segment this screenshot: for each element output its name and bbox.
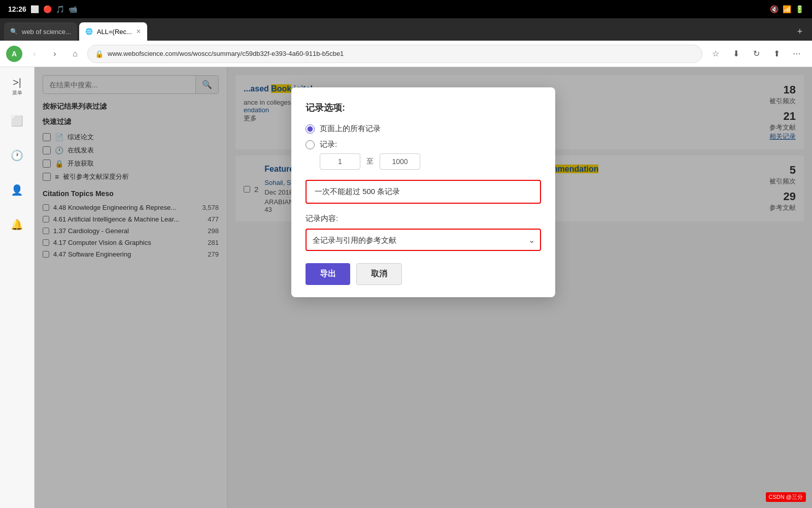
modal-title: 记录选项:	[306, 102, 541, 114]
mute-icon: 🔇	[770, 5, 779, 13]
bookmark-button[interactable]: ☆	[706, 45, 725, 63]
modal-buttons: 导出 取消	[306, 263, 541, 285]
video-icon: 📹	[69, 5, 77, 13]
download-button[interactable]: ⬇	[727, 45, 745, 63]
bell-icon: 🔔	[11, 218, 23, 231]
sidebar-item-history[interactable]: 🕐	[4, 142, 30, 169]
modal-overlay[interactable]: 记录选项: 页面上的所有记录 记录: 至	[35, 67, 812, 508]
forward-button[interactable]: ›	[47, 46, 63, 62]
main-area: >| 菜单 ⬜ 🕐 👤 🔔 🔍 按标记结果列表过滤 快速过滤	[0, 67, 812, 508]
status-bar-left: 12:26 ⬜ 🔴 🎵 📹	[8, 5, 77, 13]
warning-box: 一次不能超过 500 条记录	[306, 180, 541, 204]
range-to-label: 至	[366, 157, 374, 166]
tab1-label: web of science...	[22, 28, 71, 36]
radio-all-records-input[interactable]	[306, 124, 315, 134]
tab-web-of-science[interactable]: 🔍 web of science...	[4, 22, 77, 41]
refresh-button[interactable]: ↻	[747, 45, 765, 63]
menu-icon: ⬜	[30, 5, 39, 13]
address-bar: A ‹ › ⌂ 🔒 www.webofscience.com/wos/woscc…	[0, 41, 812, 67]
user-icon: 👤	[11, 184, 23, 196]
tab2-close-button[interactable]: ✕	[136, 28, 141, 35]
content-select[interactable]: 全记录与引用的参考文献 全记录 作者、标题、来源 引用的参考文献	[306, 229, 541, 251]
radio-range-label: 记录:	[320, 140, 337, 149]
url-bar[interactable]: 🔒 www.webofscience.com/wos/woscc/summary…	[87, 45, 702, 63]
toolbar-actions: ☆ ⬇ ↻ ⬆ ⋯	[706, 45, 806, 63]
radio-range: 记录:	[306, 140, 541, 149]
radio-range-input[interactable]	[306, 140, 315, 149]
folder-icon: ⬜	[11, 115, 23, 127]
expand-icon: >|	[13, 77, 21, 88]
share-button[interactable]: ⬆	[767, 45, 786, 63]
csdn-watermark: CSDN @三分	[766, 492, 806, 502]
tab2-icon: 🌐	[85, 28, 93, 35]
tab-bar: 🔍 web of science... 🌐 ALL=(Rec... ✕ +	[0, 18, 812, 41]
export-modal: 记录选项: 页面上的所有记录 记录: 至	[291, 87, 555, 297]
notification-icon: 🔴	[43, 5, 52, 13]
radio-group: 页面上的所有记录 记录: 至	[306, 124, 541, 170]
radio-all-records-label: 页面上的所有记录	[320, 124, 381, 134]
music-icon: 🎵	[56, 5, 64, 13]
home-button[interactable]: ⌂	[67, 46, 83, 62]
time-display: 12:26	[8, 5, 26, 13]
record-content-label: 记录内容:	[306, 214, 541, 224]
url-text: www.webofscience.com/wos/woscc/summary/c…	[108, 50, 695, 57]
tab-all-rec[interactable]: 🌐 ALL=(Rec... ✕	[79, 22, 147, 41]
select-wrapper: 全记录与引用的参考文献 全记录 作者、标题、来源 引用的参考文献 ⌄	[306, 229, 541, 251]
tab1-icon: 🔍	[10, 28, 18, 35]
range-from-input[interactable]	[320, 153, 360, 170]
sidebar-item-menu[interactable]: >| 菜单	[4, 73, 30, 100]
warning-text: 一次不能超过 500 条记录	[315, 187, 400, 196]
profile-avatar[interactable]: A	[6, 46, 22, 62]
back-button[interactable]: ‹	[26, 46, 43, 62]
tab2-label: ALL=(Rec...	[97, 28, 132, 36]
history-icon: 🕐	[11, 149, 23, 162]
cancel-button[interactable]: 取消	[356, 263, 402, 285]
battery-icon: 🔋	[795, 5, 804, 13]
menu-label: 菜单	[12, 89, 22, 97]
sidebar-item-folder[interactable]: ⬜	[4, 108, 30, 134]
status-bar: 12:26 ⬜ 🔴 🎵 📹 🔇 📶 🔋	[0, 0, 812, 18]
wifi-icon: 📶	[783, 5, 791, 13]
sidebar-item-notifications[interactable]: 🔔	[4, 211, 30, 238]
page-content: 🔍 按标记结果列表过滤 快速过滤 📄 综述论文 🕐 在线发表 🔒 开放获取	[35, 67, 812, 508]
new-tab-button[interactable]: +	[792, 22, 808, 41]
lock-icon: 🔒	[95, 50, 104, 58]
status-bar-right: 🔇 📶 🔋	[770, 5, 804, 13]
record-range: 至	[320, 153, 541, 170]
more-button[interactable]: ⋯	[788, 45, 806, 63]
export-button[interactable]: 导出	[306, 263, 350, 285]
radio-all-records: 页面上的所有记录	[306, 124, 541, 134]
sidebar-item-user[interactable]: 👤	[4, 177, 30, 203]
range-to-input[interactable]	[380, 153, 420, 170]
sidebar: >| 菜单 ⬜ 🕐 👤 🔔	[0, 67, 35, 508]
